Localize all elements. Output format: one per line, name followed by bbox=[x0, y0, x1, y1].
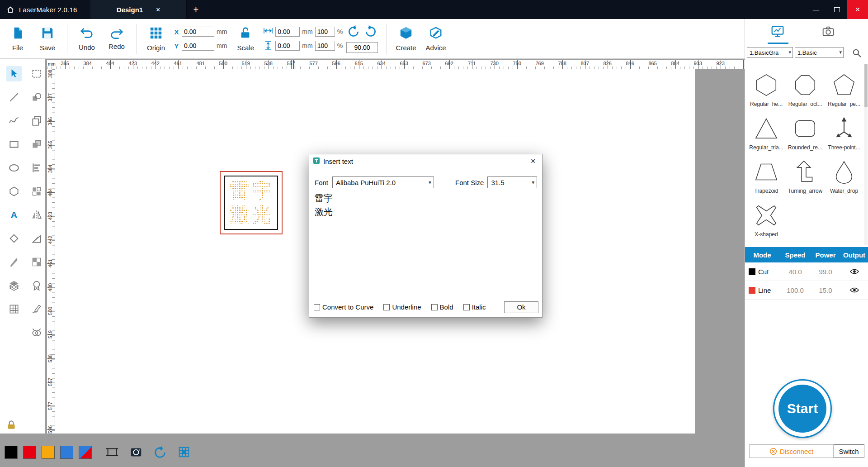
dialog-titlebar[interactable]: Insert text ✕ bbox=[309, 154, 542, 168]
new-tab-button[interactable]: + bbox=[193, 5, 198, 15]
rotate-right-icon[interactable] bbox=[364, 25, 377, 39]
lock-icon[interactable] bbox=[5, 419, 17, 433]
stamp-tool[interactable] bbox=[29, 278, 44, 293]
align-tool[interactable] bbox=[29, 160, 44, 176]
undo-button[interactable]: Undo bbox=[72, 27, 102, 51]
checkbox-underline[interactable]: Underline bbox=[383, 303, 421, 311]
shape-hexagon[interactable]: Regular_he... bbox=[747, 66, 786, 107]
rotate-angle-input[interactable] bbox=[346, 42, 378, 53]
library-category-select[interactable]: 1.BasicGra ▾ bbox=[747, 47, 793, 58]
knife-tool[interactable] bbox=[6, 254, 22, 270]
color-swatch[interactable] bbox=[5, 446, 18, 459]
frame-icon[interactable] bbox=[105, 445, 119, 459]
file-button[interactable]: File bbox=[3, 26, 33, 52]
shape-trapezoid[interactable]: Trapezoid bbox=[747, 152, 786, 194]
rotate-left-icon[interactable] bbox=[347, 25, 360, 39]
color-swatch[interactable] bbox=[79, 446, 92, 459]
checkbox-convert-to-curve[interactable]: Convert to Curve bbox=[314, 303, 373, 311]
font-select[interactable]: Alibaba PuHuiTi 2.0 ▾ bbox=[332, 176, 434, 188]
diamond-tool[interactable] bbox=[6, 231, 22, 246]
grid-icon[interactable] bbox=[177, 445, 191, 459]
create-button[interactable]: Create bbox=[391, 26, 421, 52]
search-icon[interactable] bbox=[851, 48, 862, 58]
layer-visibility-eye-icon[interactable] bbox=[840, 286, 868, 294]
gallery-scrollbar[interactable] bbox=[864, 64, 868, 245]
polygon-tool[interactable] bbox=[6, 184, 22, 199]
y-position-input[interactable] bbox=[182, 41, 214, 51]
layer-speed-value[interactable]: 100.0 bbox=[779, 286, 811, 294]
redo-button[interactable]: Redo bbox=[102, 28, 132, 50]
select-tool[interactable] bbox=[6, 66, 22, 81]
ellipse-tool[interactable] bbox=[6, 160, 22, 176]
scale-button[interactable]: Scale bbox=[231, 26, 260, 52]
disconnect-button[interactable]: Disconnect bbox=[749, 444, 834, 458]
shape-x-shaped[interactable]: X-shaped bbox=[747, 196, 786, 238]
tab-close-icon[interactable]: ✕ bbox=[156, 6, 160, 13]
checkbox-bold[interactable]: Bold bbox=[431, 303, 453, 311]
shape-water-drop[interactable]: Water_drop bbox=[825, 152, 863, 194]
capture-icon[interactable] bbox=[129, 445, 143, 459]
x-position-input[interactable] bbox=[182, 27, 214, 37]
refresh-icon[interactable] bbox=[153, 445, 167, 459]
copy-tool[interactable] bbox=[29, 113, 44, 129]
checkbox-icon[interactable] bbox=[383, 304, 390, 310]
layer-row[interactable]: Cut40.099.0 bbox=[745, 262, 868, 281]
layer-power-value[interactable]: 99.0 bbox=[811, 268, 840, 276]
color-swatch[interactable] bbox=[23, 446, 36, 459]
shape-three-point-arrow[interactable]: Three-point... bbox=[825, 109, 863, 151]
switch-button[interactable]: Switch bbox=[834, 444, 864, 458]
minimize-button[interactable]: — bbox=[806, 0, 826, 19]
line-tool[interactable] bbox=[6, 90, 22, 105]
table-tool[interactable] bbox=[6, 301, 22, 317]
rectangle-tool[interactable] bbox=[6, 137, 22, 152]
marquee-select-tool[interactable] bbox=[29, 66, 44, 81]
basic-shapes-tool[interactable] bbox=[29, 90, 44, 105]
shape-pentagon[interactable]: Regular_pe... bbox=[825, 66, 863, 107]
advice-button[interactable]: Advice bbox=[421, 26, 451, 52]
measure-tool[interactable] bbox=[29, 231, 44, 246]
duplicate-tool[interactable] bbox=[29, 137, 44, 152]
text-tool[interactable]: A bbox=[6, 207, 22, 223]
camera-tab[interactable] bbox=[818, 24, 838, 41]
color-swatch[interactable] bbox=[60, 446, 73, 459]
checkbox-icon[interactable] bbox=[463, 304, 470, 310]
shape-rounded-rect[interactable]: Rounded_re... bbox=[786, 109, 825, 151]
layer-color-swatch[interactable] bbox=[749, 268, 755, 275]
maximize-button[interactable] bbox=[826, 0, 847, 19]
layer-visibility-eye-icon[interactable] bbox=[840, 268, 868, 275]
gallery-tab[interactable] bbox=[768, 24, 788, 41]
curve-tool[interactable] bbox=[6, 113, 22, 129]
checker-tool[interactable] bbox=[29, 254, 44, 270]
layer-color-swatch[interactable] bbox=[749, 287, 755, 294]
window-close-button[interactable]: ✕ bbox=[847, 0, 868, 19]
start-button[interactable]: Start bbox=[773, 379, 832, 438]
weld-tool[interactable] bbox=[29, 325, 44, 340]
shape-triangle[interactable]: Regular_tria... bbox=[747, 109, 786, 151]
width-input[interactable] bbox=[275, 27, 300, 37]
layers-tool[interactable] bbox=[6, 278, 22, 293]
height-input[interactable] bbox=[275, 41, 300, 51]
array-tool[interactable] bbox=[29, 184, 44, 199]
library-subcategory-select[interactable]: 1.Basic ▾ bbox=[795, 47, 844, 58]
checkbox-icon[interactable] bbox=[314, 304, 320, 310]
dialog-close-button[interactable]: ✕ bbox=[528, 157, 538, 166]
text-input-area[interactable]: 雷宇激光 bbox=[315, 191, 537, 295]
origin-button[interactable]: Origin bbox=[141, 26, 171, 52]
height-percent-input[interactable] bbox=[315, 41, 335, 51]
shape-turning-arrow[interactable]: Turning_arrow bbox=[786, 152, 825, 194]
ok-button[interactable]: Ok bbox=[504, 301, 538, 313]
mirror-tool[interactable] bbox=[29, 207, 44, 223]
checkbox-icon[interactable] bbox=[431, 304, 438, 310]
checkbox-italic[interactable]: Italic bbox=[463, 303, 486, 311]
layer-row[interactable]: Line100.015.0 bbox=[745, 281, 868, 300]
font-size-select[interactable]: 31.5 ▾ bbox=[487, 176, 537, 188]
shape-octagon[interactable]: Regular_oct... bbox=[786, 66, 825, 107]
layer-speed-value[interactable]: 40.0 bbox=[779, 268, 811, 276]
tab-design1[interactable]: Design1 ✕ bbox=[90, 0, 187, 19]
color-swatch[interactable] bbox=[42, 446, 55, 459]
sign-tool[interactable] bbox=[29, 301, 44, 317]
width-percent-input[interactable] bbox=[315, 27, 335, 37]
selected-artwork[interactable]: 雷宇激光 bbox=[220, 171, 283, 234]
layer-power-value[interactable]: 15.0 bbox=[811, 286, 840, 294]
save-button[interactable]: Save bbox=[33, 26, 62, 52]
